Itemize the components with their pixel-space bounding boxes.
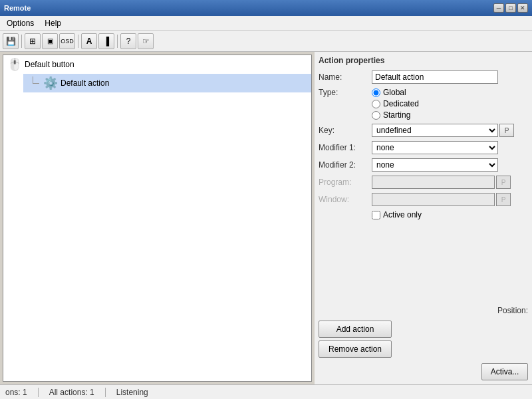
type-row: Type: Global Dedicated Starting	[319, 88, 528, 120]
add-action-button[interactable]: Add action	[319, 321, 392, 338]
active-only-label: Active only	[383, 210, 422, 219]
modifier2-select[interactable]: none Ctrl Alt Shift	[372, 158, 498, 172]
status-bar: ons: 1 All actions: 1 Listening	[0, 384, 532, 399]
title-bar: Remote ─ □ ✕	[0, 0, 532, 16]
remove-action-label: Remove action	[329, 344, 382, 354]
menu-bar: Options Help	[0, 16, 532, 31]
type-dedicated-label: Dedicated	[383, 99, 419, 108]
settings1-button[interactable]: ⊞	[25, 33, 41, 49]
action-gear-icon: ⚙️	[43, 76, 58, 90]
tree-children: ⚙️ Default action	[3, 74, 311, 92]
add-action-label: Add action	[336, 325, 374, 334]
key-select[interactable]: undefined F1 F2	[372, 124, 498, 137]
tree-item-default-action-label: Default action	[61, 78, 109, 88]
listening-status: Listening	[116, 388, 148, 397]
program-input	[372, 176, 495, 189]
name-label: Name:	[319, 72, 372, 82]
modifier2-row: Modifier 2: none Ctrl Alt Shift	[319, 158, 528, 172]
status-sep-2	[105, 388, 106, 397]
action-buttons-container: Add action Remove action	[319, 321, 528, 358]
toolbar-separator-1	[21, 35, 22, 48]
activate-button[interactable]: Activa...	[481, 363, 528, 380]
active-only-checkbox[interactable]	[372, 211, 380, 219]
all-actions: All actions: 1	[49, 388, 94, 397]
tree-item-default-action[interactable]: ⚙️ Default action	[23, 74, 311, 92]
tree-item-default-button[interactable]: 🖱️ Default button	[3, 55, 311, 74]
toolbar-separator-3	[117, 35, 118, 48]
position-row: Position:	[319, 306, 528, 315]
window-controls: ─ □ ✕	[493, 3, 528, 13]
text-button[interactable]: A	[81, 33, 97, 49]
main-content: 🖱️ Default button ⚙️ Default action Acti…	[0, 52, 532, 384]
name-input[interactable]	[372, 70, 498, 84]
menu-options[interactable]: Options	[3, 17, 38, 29]
program-label: Program:	[319, 178, 372, 187]
type-label: Type:	[319, 88, 372, 97]
window-row: Window: P	[319, 193, 528, 206]
tree-panel: 🖱️ Default button ⚙️ Default action	[3, 55, 312, 382]
help-button[interactable]: ?	[120, 33, 136, 49]
tree-connector	[27, 76, 41, 90]
chart-button[interactable]: ▐	[98, 33, 114, 49]
modifier2-label: Modifier 2:	[319, 160, 372, 170]
modifier1-label: Modifier 1:	[319, 143, 372, 152]
properties-panel: Action properties Name: Type: Global Ded…	[315, 52, 532, 384]
toolbar: 💾 ⊞ ▣ OSD A ▐ ? ☞	[0, 31, 532, 52]
modifier1-select[interactable]: none Ctrl Alt Shift	[372, 141, 498, 154]
actions-section: Position: Add action Remove action Activ…	[319, 306, 528, 380]
properties-title: Action properties	[319, 56, 528, 65]
type-dedicated-radio[interactable]: Dedicated	[372, 99, 528, 108]
type-radio-group: Global Dedicated Starting	[372, 88, 528, 120]
settings3-button[interactable]: OSD	[59, 33, 75, 49]
window-pick-button: P	[496, 193, 511, 206]
activate-row: Activa...	[319, 363, 528, 380]
active-only-row: Active only	[372, 210, 528, 219]
modifier1-row: Modifier 1: none Ctrl Alt Shift	[319, 141, 528, 154]
activate-label: Activa...	[491, 367, 519, 376]
settings2-button[interactable]: ▣	[42, 33, 58, 49]
save-button[interactable]: 💾	[3, 33, 19, 49]
toolbar-separator-2	[78, 35, 78, 48]
remove-action-button[interactable]: Remove action	[319, 340, 392, 358]
type-global-radio[interactable]: Global	[372, 88, 528, 97]
close-button[interactable]: ✕	[517, 3, 528, 13]
window-label: Window:	[319, 195, 372, 204]
position-label: Position:	[497, 306, 528, 315]
actions-count: ons: 1	[5, 388, 27, 397]
type-global-label: Global	[383, 88, 406, 97]
name-row: Name:	[319, 70, 528, 84]
key-row: Key: undefined F1 F2 P	[319, 124, 528, 137]
maximize-button[interactable]: □	[505, 3, 516, 13]
tree-item-default-button-label: Default button	[25, 60, 74, 69]
status-sep-1	[38, 388, 39, 397]
program-row: Program: P	[319, 176, 528, 189]
key-pick-button[interactable]: P	[499, 124, 514, 137]
menu-help[interactable]: Help	[41, 17, 65, 29]
help2-button[interactable]: ☞	[138, 33, 154, 49]
program-pick-button: P	[496, 176, 511, 189]
window-title: Remote	[4, 4, 31, 12]
button-icon: 🖱️	[7, 57, 22, 72]
type-starting-label: Starting	[383, 110, 410, 120]
minimize-button[interactable]: ─	[493, 3, 504, 13]
window-input	[372, 193, 495, 206]
type-starting-radio[interactable]: Starting	[372, 110, 528, 120]
key-label: Key:	[319, 126, 372, 135]
